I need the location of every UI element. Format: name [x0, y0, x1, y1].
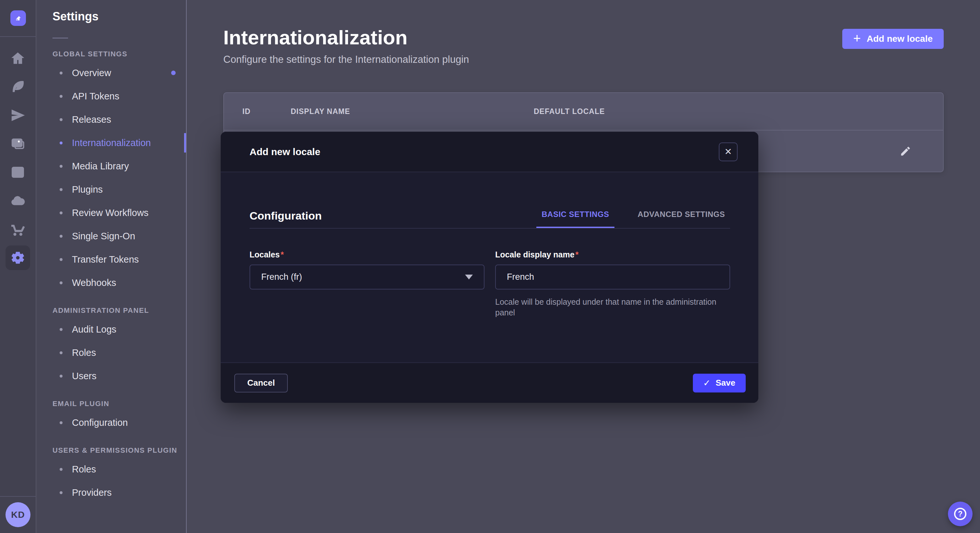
- sidebar-item-plugins[interactable]: Plugins: [37, 178, 186, 201]
- sidebar-item-internationalization[interactable]: Internationalization: [37, 131, 186, 154]
- locales-select[interactable]: French (fr): [250, 265, 485, 289]
- sidebar-item-label: Providers: [72, 487, 112, 498]
- sidebar-item-roles[interactable]: Roles: [37, 341, 186, 364]
- nav-cloud-button[interactable]: [0, 187, 36, 215]
- sidebar-item-media-library[interactable]: Media Library: [37, 154, 186, 178]
- bullet-icon: [60, 141, 62, 144]
- bullet-icon: [60, 235, 62, 238]
- settings-menu: GLOBAL SETTINGS Overview API Tokens Rele…: [37, 47, 186, 504]
- sidebar-item-overview[interactable]: Overview: [37, 61, 186, 84]
- sidebar-item-providers[interactable]: Providers: [37, 481, 186, 504]
- page-subtitle: Configure the settings for the Internati…: [223, 54, 469, 65]
- nav-settings-button[interactable]: [0, 244, 36, 272]
- sidebar-item-label: Audit Logs: [72, 324, 116, 335]
- section-label-users-permissions-plugin: USERS & PERMISSIONS PLUGIN: [52, 443, 186, 458]
- locales-select-value: French (fr): [261, 272, 302, 282]
- sidebar-item-label: Roles: [72, 347, 96, 358]
- close-icon: ✕: [724, 148, 732, 156]
- sidebar-item-webhooks[interactable]: Webhooks: [37, 271, 186, 294]
- user-avatar[interactable]: KD: [5, 502, 30, 527]
- cloud-icon: [10, 194, 25, 208]
- section-label-global-settings: GLOBAL SETTINGS: [52, 47, 186, 61]
- sidebar-item-audit-logs[interactable]: Audit Logs: [37, 318, 186, 341]
- sidebar-item-transfer-tokens[interactable]: Transfer Tokens: [37, 248, 186, 271]
- paper-plane-icon: [10, 108, 25, 123]
- nav-home-button[interactable]: [0, 44, 36, 73]
- add-new-locale-label: Add new locale: [867, 34, 933, 44]
- add-new-locale-button[interactable]: + Add new locale: [842, 29, 944, 49]
- sidebar-item-label: Media Library: [72, 161, 129, 171]
- sidebar-item-releases[interactable]: Releases: [37, 108, 186, 131]
- close-modal-button[interactable]: ✕: [719, 143, 738, 161]
- bullet-icon: [60, 351, 62, 354]
- nav-content-builder-button[interactable]: [0, 73, 36, 101]
- add-locale-modal: Add new locale ✕ Configuration BASIC SET…: [221, 132, 758, 403]
- bullet-icon: [60, 468, 62, 471]
- bullet-icon: [60, 491, 62, 494]
- tab-basic-settings[interactable]: BASIC SETTINGS: [536, 210, 614, 228]
- layout-icon: [10, 165, 25, 180]
- media-library-icon: [10, 136, 25, 151]
- feather-icon: [10, 79, 25, 94]
- save-button-label: Save: [716, 378, 735, 388]
- sidebar-item-users[interactable]: Users: [37, 364, 186, 388]
- modal-header: Add new locale ✕: [221, 132, 758, 172]
- sidebar-item-configuration[interactable]: Configuration: [37, 411, 186, 434]
- bullet-icon: [60, 374, 62, 378]
- bullet-icon: [60, 421, 62, 424]
- nav-media-library-button[interactable]: [0, 130, 36, 158]
- bullet-icon: [60, 71, 62, 75]
- bullet-icon: [60, 281, 62, 284]
- sidebar-item-label: Transfer Tokens: [72, 254, 139, 265]
- nav-releases-button[interactable]: [0, 101, 36, 130]
- gear-icon: [10, 250, 25, 265]
- bullet-icon: [60, 165, 62, 168]
- sidebar-item-label: Releases: [72, 114, 111, 125]
- home-icon: [10, 51, 25, 66]
- cart-icon: [10, 222, 25, 237]
- divider: [250, 228, 730, 228]
- locales-table-header: ID DISPLAY NAME DEFAULT LOCALE: [224, 93, 943, 130]
- display-name-label-text: Locale display name: [495, 250, 574, 259]
- nav-marketplace-button[interactable]: [0, 215, 36, 244]
- save-button[interactable]: ✓ Save: [693, 374, 746, 392]
- bullet-icon: [60, 188, 62, 191]
- bullet-icon: [60, 95, 62, 98]
- strapi-logo[interactable]: [10, 10, 26, 26]
- bullet-icon: [60, 328, 62, 331]
- sidebar-item-label: Overview: [72, 68, 111, 78]
- column-header-id: ID: [242, 107, 250, 116]
- divider: [0, 496, 36, 497]
- bullet-icon: [60, 258, 62, 261]
- sidebar-item-review-workflows[interactable]: Review Workflows: [37, 201, 186, 224]
- sidebar-item-label: Roles: [72, 464, 96, 475]
- column-header-display-name: DISPLAY NAME: [291, 107, 350, 116]
- configuration-heading: Configuration: [250, 209, 322, 228]
- edit-locale-button[interactable]: [896, 142, 915, 160]
- required-asterisk: *: [281, 250, 284, 259]
- tab-advanced-settings[interactable]: ADVANCED SETTINGS: [633, 210, 730, 228]
- section-label-administration-panel: ADMINISTRATION PANEL: [52, 303, 186, 318]
- sidebar-item-label: Users: [72, 371, 97, 381]
- cancel-button[interactable]: Cancel: [234, 374, 288, 392]
- modal-body: Configuration BASIC SETTINGS ADVANCED SE…: [250, 172, 730, 362]
- nav-content-manager-button[interactable]: [0, 158, 36, 187]
- settings-sub-nav: Settings GLOBAL SETTINGS Overview API To…: [37, 0, 187, 533]
- chevron-down-icon: [465, 274, 473, 279]
- sidebar-item-single-sign-on[interactable]: Single Sign-On: [37, 224, 186, 248]
- pencil-icon: [900, 145, 911, 157]
- sidebar-item-label: Internationalization: [72, 138, 151, 148]
- locale-display-name-input[interactable]: [495, 265, 730, 289]
- column-header-default-locale: DEFAULT LOCALE: [534, 107, 605, 116]
- sidebar-item-api-tokens[interactable]: API Tokens: [37, 84, 186, 108]
- help-button[interactable]: ?: [948, 501, 972, 526]
- sidebar-item-label: Configuration: [72, 417, 128, 428]
- bullet-icon: [60, 211, 62, 214]
- notification-dot: [171, 71, 176, 75]
- modal-footer: Cancel ✓ Save: [221, 362, 758, 403]
- help-icon: ?: [954, 508, 966, 520]
- section-label-email-plugin: EMAIL PLUGIN: [52, 397, 186, 411]
- settings-tabs: BASIC SETTINGS ADVANCED SETTINGS: [536, 210, 730, 228]
- display-name-helper-text: Locale will be displayed under that name…: [495, 297, 735, 318]
- sidebar-item-roles-up[interactable]: Roles: [37, 458, 186, 481]
